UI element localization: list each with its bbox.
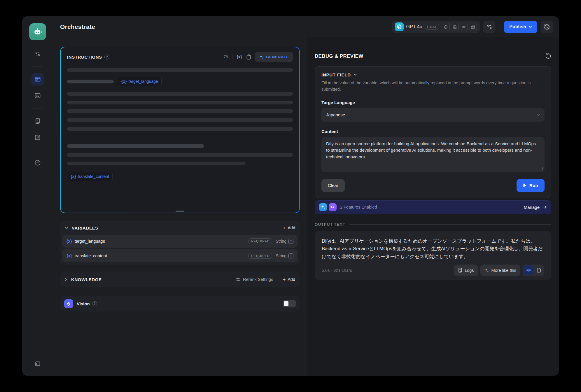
divider: [349, 224, 551, 225]
output-text-label: OUTPUT TEXT: [315, 222, 345, 227]
model-selector[interactable]: GPT-4o CHAT: [392, 21, 480, 33]
skeleton-line: [67, 127, 293, 131]
instructions-title: INSTRUCTIONS: [67, 55, 102, 60]
features-enabled-text: 2 Features Enabled: [340, 205, 377, 209]
variables-header[interactable]: VARIABLES + Add: [60, 221, 300, 235]
skeleton-line: [67, 144, 204, 148]
sidebar-divider: [33, 150, 42, 150]
variables-title: VARIABLES: [72, 225, 98, 230]
variable-chip-target-language[interactable]: {x}target_language: [118, 77, 162, 86]
vision-label: Vision: [77, 301, 90, 306]
skeleton-line: [67, 162, 246, 165]
vision-capability-icon: [442, 23, 450, 31]
output-text: Difyは、AIアプリケーションを構築するためのオープンソースプラットフォームで…: [322, 237, 544, 260]
variable-icon: {x}: [66, 239, 72, 244]
chevron-down-icon: [528, 26, 532, 28]
variable-row[interactable]: {x} translate_content REQUIRED StringT: [62, 249, 298, 262]
openai-logo-icon: [395, 22, 404, 31]
skeleton-line: [67, 118, 293, 122]
publish-button[interactable]: Publish: [504, 21, 537, 33]
chevron-right-icon: [65, 278, 67, 281]
output-card: Difyは、AIアプリケーションを構築するためのオープンソースプラットフォームで…: [315, 231, 551, 280]
orchestrate-pane: INSTRUCTIONS ? 78 {x}: [53, 37, 307, 376]
chevron-down-icon: [65, 227, 68, 229]
rerank-settings-button[interactable]: Rerank Settings: [236, 277, 273, 282]
skeleton-line: [67, 92, 293, 96]
sidebar-item-logs-document-icon[interactable]: [32, 115, 44, 127]
clear-button[interactable]: Clear: [321, 179, 345, 192]
version-history-button[interactable]: [541, 21, 553, 33]
sidebar-divider: [33, 108, 42, 108]
knowledge-panel: KNOWLEDGE Rerank Settings: [60, 272, 300, 287]
run-button[interactable]: Run: [517, 179, 545, 192]
skeleton-line: [67, 153, 293, 157]
chevron-down-icon: [536, 114, 540, 116]
play-audio-speaker-button[interactable]: [524, 265, 533, 275]
input-field-card: INPUT FIELD Fill in the value of the var…: [315, 66, 551, 198]
app-window: Orchestrate GPT-4o CHAT: [22, 16, 559, 376]
char-count: 78: [223, 55, 228, 59]
input-field-header[interactable]: INPUT FIELD: [321, 72, 545, 77]
sidebar-item-monitoring-gauge-icon[interactable]: [32, 157, 44, 169]
model-mode-badge: CHAT: [425, 24, 440, 30]
more-like-this-button[interactable]: More like this: [480, 265, 520, 276]
sidebar-item-settings-sliders-icon[interactable]: [32, 48, 44, 60]
sidebar-item-annotation-edit-icon[interactable]: [32, 131, 44, 144]
variable-type[interactable]: StringT: [276, 239, 293, 244]
content-label: Content: [321, 129, 545, 134]
document-capability-icon: [451, 23, 459, 31]
history-clock-icon: [544, 24, 550, 30]
knowledge-title: KNOWLEDGE: [71, 277, 102, 282]
video-capability-icon: [469, 23, 477, 31]
variable-icon: {x}: [66, 253, 72, 258]
features-enabled-bar[interactable]: T 2 Features Enabled Manage: [315, 200, 551, 214]
add-knowledge-button[interactable]: + Add: [283, 277, 295, 282]
sidebar: [22, 16, 53, 376]
sidebar-divider: [33, 66, 42, 67]
top-bar: Orchestrate GPT-4o CHAT: [53, 16, 559, 37]
knowledge-header[interactable]: KNOWLEDGE Rerank Settings: [60, 272, 300, 287]
instructions-help-icon[interactable]: ?: [104, 55, 109, 60]
manage-features-button[interactable]: Manage: [524, 205, 547, 210]
vision-help-icon[interactable]: ?: [92, 301, 97, 306]
insert-variable-icon[interactable]: {x}: [237, 55, 242, 59]
more-like-this-feature-icon: [319, 203, 327, 211]
logs-button[interactable]: Logs: [454, 265, 478, 276]
vision-panel: Vision ?: [60, 296, 300, 312]
instructions-skeleton: {x}target_language: [67, 66, 293, 210]
copy-clipboard-icon: [537, 268, 541, 273]
copy-output-button[interactable]: [534, 265, 543, 275]
collapse-sidebar-icon[interactable]: [32, 358, 44, 370]
model-name: GPT-4o: [406, 24, 422, 29]
input-field-description: Fill in the value of the variable, which…: [321, 80, 531, 93]
variable-row[interactable]: {x} target_language REQUIRED StringT: [62, 235, 298, 248]
app-avatar-robot-icon[interactable]: [29, 23, 46, 40]
add-variable-button[interactable]: + Add: [283, 225, 295, 230]
target-language-select[interactable]: Japanese: [321, 108, 545, 122]
arrow-right-icon: [542, 205, 547, 209]
variable-type[interactable]: StringT: [276, 253, 293, 258]
logs-icon: [458, 268, 462, 273]
restart-refresh-icon[interactable]: [545, 53, 551, 59]
string-type-icon: T: [288, 239, 293, 244]
skeleton-line: [67, 80, 114, 83]
sidebar-item-orchestrate[interactable]: [32, 73, 44, 85]
content-textarea[interactable]: Dify is an open-source platform for buil…: [321, 137, 545, 172]
skeleton-line: [67, 68, 293, 72]
target-language-label: Targe Language: [321, 100, 545, 105]
variable-chip-translate-content[interactable]: {x}translate_content: [67, 172, 113, 181]
sliders-icon: [236, 277, 240, 282]
model-parameters-sliders-button[interactable]: [483, 21, 496, 33]
app-screen: Orchestrate GPT-4o CHAT: [0, 0, 581, 392]
generate-button[interactable]: GENERATE: [255, 52, 293, 62]
vision-eye-icon: [64, 299, 73, 308]
play-icon: [523, 183, 527, 188]
vision-toggle[interactable]: [283, 300, 296, 307]
audio-actions-group: [523, 265, 544, 276]
sidebar-item-terminal-icon[interactable]: [32, 90, 44, 102]
copy-clipboard-icon[interactable]: [246, 54, 251, 60]
required-badge: REQUIRED: [249, 253, 272, 259]
resize-drag-handle[interactable]: [176, 211, 184, 212]
resize-corner-icon[interactable]: [540, 167, 542, 170]
chevron-down-icon: [354, 74, 357, 76]
